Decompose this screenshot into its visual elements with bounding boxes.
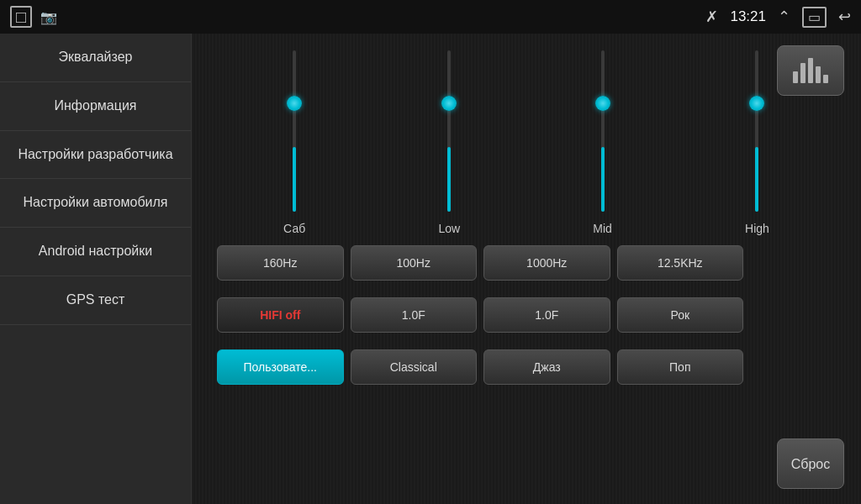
sidebar-item-gps-test[interactable]: GPS тест bbox=[0, 276, 191, 325]
back-icon[interactable]: ↩ bbox=[838, 8, 851, 26]
freq-mid-button[interactable]: 1000Hz bbox=[483, 245, 610, 281]
preset-classical-button[interactable]: Classical bbox=[351, 349, 478, 385]
slider-low-label: Low bbox=[438, 222, 460, 235]
freq-high-button[interactable]: 12.5KHz bbox=[617, 245, 744, 281]
slider-low-track[interactable] bbox=[447, 50, 451, 212]
mode-low-button[interactable]: 1.0F bbox=[351, 297, 478, 333]
status-bar-left: □ 📷 bbox=[10, 6, 57, 28]
slider-high-label: High bbox=[745, 222, 769, 235]
sliders-area: Саб Low Mid bbox=[209, 50, 844, 235]
bluetooth-icon: ✗ bbox=[705, 8, 718, 26]
image-icon: 📷 bbox=[40, 9, 57, 25]
slider-mid-label: Mid bbox=[593, 222, 612, 235]
sidebar-item-equalizer[interactable]: Эквалайзер bbox=[0, 34, 191, 82]
slider-sub[interactable]: Саб bbox=[283, 50, 305, 235]
preset-pop-button[interactable]: Поп bbox=[617, 349, 744, 385]
main-layout: Эквалайзер Информация Настройки разработ… bbox=[0, 34, 861, 504]
frequency-buttons: 160Hz 100Hz 1000Hz 12.5KHz bbox=[209, 239, 752, 287]
slider-sub-track[interactable] bbox=[293, 50, 296, 212]
content-area: Саб Low Mid bbox=[192, 34, 861, 504]
slider-mid[interactable]: Mid bbox=[593, 50, 612, 235]
clock: 13:21 bbox=[730, 8, 766, 25]
status-bar: □ 📷 ✗ 13:21 ⌃ ▭ ↩ bbox=[0, 0, 861, 34]
mode-mid-button[interactable]: 1.0F bbox=[483, 297, 610, 333]
eq-preset-button[interactable] bbox=[777, 45, 844, 96]
slider-high-track[interactable] bbox=[755, 50, 758, 212]
slider-sub-label: Саб bbox=[283, 222, 305, 235]
expand-icon: ⌃ bbox=[778, 8, 790, 26]
screen-icon: ▭ bbox=[802, 7, 827, 28]
slider-high[interactable]: High bbox=[745, 50, 769, 235]
preset-buttons: Пользовате... Classical Джаз Поп bbox=[209, 343, 752, 391]
freq-sub-button[interactable]: 160Hz bbox=[217, 245, 344, 281]
sidebar: Эквалайзер Информация Настройки разработ… bbox=[0, 34, 192, 504]
status-bar-right: ✗ 13:21 ⌃ ▭ ↩ bbox=[705, 7, 851, 28]
freq-low-button[interactable]: 100Hz bbox=[351, 245, 478, 281]
hifi-button[interactable]: HIFI off bbox=[217, 297, 344, 333]
preset-jazz-button[interactable]: Джаз bbox=[483, 349, 610, 385]
sidebar-item-info[interactable]: Информация bbox=[0, 82, 191, 131]
mode-high-button[interactable]: Рок bbox=[617, 297, 744, 333]
equalizer-bars-icon bbox=[793, 58, 828, 83]
home-icon[interactable]: □ bbox=[10, 6, 32, 28]
slider-mid-track[interactable] bbox=[601, 50, 605, 212]
sidebar-item-car-settings[interactable]: Настройки автомобиля bbox=[0, 179, 191, 228]
sidebar-item-android-settings[interactable]: Android настройки bbox=[0, 228, 191, 276]
reset-button[interactable]: Сброс bbox=[777, 438, 844, 489]
preset-user-button[interactable]: Пользовате... bbox=[217, 349, 344, 385]
sidebar-item-dev-settings[interactable]: Настройки разработчика bbox=[0, 131, 191, 180]
slider-low[interactable]: Low bbox=[438, 50, 460, 235]
mode-buttons: HIFI off 1.0F 1.0F Рок bbox=[209, 291, 752, 339]
